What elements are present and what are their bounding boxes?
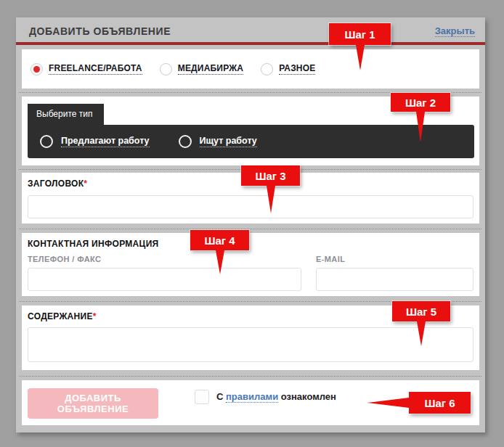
- phone-label: ТЕЛЕФОН / ФАКС: [28, 255, 301, 263]
- agreement-checkbox[interactable]: [195, 390, 209, 404]
- step-5-label: Шаг 5: [392, 301, 450, 321]
- category-radio-freelance[interactable]: FREELANCE/РАБОТА: [31, 63, 142, 75]
- category-section: FREELANCE/РАБОТА МЕДИАБИРЖА РАЗНОЕ: [22, 49, 479, 89]
- required-asterisk: *: [93, 311, 97, 321]
- step-4-label: Шаг 4: [190, 230, 249, 250]
- category-radio-raznoe[interactable]: РАЗНОЕ: [261, 63, 315, 75]
- radio-icon[interactable]: [179, 135, 192, 148]
- section-separator: [19, 229, 481, 229]
- phone-input[interactable]: [28, 268, 301, 291]
- title-label-text: ЗАГОЛОВОК: [28, 179, 84, 189]
- type-radio-offer-job[interactable]: Предлагают работу: [40, 135, 150, 148]
- category-radio-label[interactable]: МЕДИАБИРЖА: [178, 63, 243, 75]
- add-listing-modal: ДОБАВИТЬ ОБЪЯВЛЕНИЕ Закрыть FREELANCE/РА…: [16, 17, 485, 432]
- step-3-callout: Шаг 3: [241, 165, 300, 213]
- callout-tail-down-icon: [416, 112, 425, 142]
- step-1-callout: Шаг 1: [329, 23, 391, 70]
- contact-fields-row: ТЕЛЕФОН / ФАКС E-MAIL: [22, 249, 479, 291]
- email-label: E-MAIL: [316, 255, 473, 263]
- step-6-label: Шаг 6: [409, 392, 471, 414]
- step-2-label: Шаг 2: [391, 93, 450, 112]
- content-label-text: СОДЕРЖАНИЕ: [28, 311, 93, 321]
- step-3-label: Шаг 3: [241, 165, 300, 186]
- modal-header: ДОБАВИТЬ ОБЪЯВЛЕНИЕ Закрыть: [16, 17, 485, 42]
- callout-tail-down-icon: [417, 321, 426, 346]
- radio-icon[interactable]: [261, 63, 273, 75]
- callout-tail-down-icon: [356, 45, 365, 70]
- callout-tail-down-icon: [267, 186, 275, 213]
- callout-tail-down-icon: [216, 250, 224, 274]
- step-4-callout: Шаг 4: [190, 230, 249, 274]
- step-1-label: Шаг 1: [329, 23, 391, 45]
- section-separator: [19, 376, 481, 377]
- page-background: ДОБАВИТЬ ОБЪЯВЛЕНИЕ Закрыть FREELANCE/РА…: [0, 0, 504, 447]
- step-5-callout: Шаг 5: [392, 301, 450, 346]
- type-radio-label[interactable]: Предлагают работу: [61, 136, 150, 147]
- phone-field-group: ТЕЛЕФОН / ФАКС: [28, 255, 301, 291]
- agreement-text: С правилами ознакомлен: [216, 391, 336, 402]
- type-radio-label[interactable]: Ищут работу: [200, 136, 257, 147]
- radio-icon[interactable]: [160, 63, 172, 75]
- category-radio-label[interactable]: РАЗНОЕ: [279, 63, 315, 75]
- submit-button[interactable]: ДОБАВИТЬ ОБЪЯВЛЕНИЕ: [28, 388, 158, 419]
- email-input[interactable]: [316, 268, 473, 291]
- step-2-callout: Шаг 2: [391, 93, 450, 142]
- email-field-group: E-MAIL: [316, 255, 473, 291]
- radio-icon[interactable]: [40, 135, 53, 148]
- rules-link[interactable]: правилами: [226, 391, 278, 403]
- callout-tail-left-icon: [367, 398, 409, 408]
- type-radio-seek-job[interactable]: Ищут работу: [179, 135, 257, 148]
- header-divider: [16, 42, 485, 45]
- required-asterisk: *: [84, 179, 87, 189]
- radio-selected-icon[interactable]: [31, 63, 43, 75]
- type-tab: Выберите тип: [28, 104, 104, 125]
- agreement-prefix: С: [216, 391, 223, 402]
- contact-section: КОНТАКТНАЯ ИНФОРМАЦИЯ ТЕЛЕФОН / ФАКС E-M…: [22, 233, 479, 296]
- category-radio-mediabirzha[interactable]: МЕДИАБИРЖА: [160, 63, 243, 75]
- contact-section-label: КОНТАКТНАЯ ИНФОРМАЦИЯ: [22, 233, 479, 249]
- close-link[interactable]: Закрыть: [435, 25, 475, 37]
- step-6-callout: Шаг 6: [409, 392, 471, 414]
- category-radio-label[interactable]: FREELANCE/РАБОТА: [49, 63, 142, 75]
- modal-title: ДОБАВИТЬ ОБЪЯВЛЕНИЕ: [29, 22, 171, 37]
- agreement-suffix: ознакомлен: [281, 391, 336, 402]
